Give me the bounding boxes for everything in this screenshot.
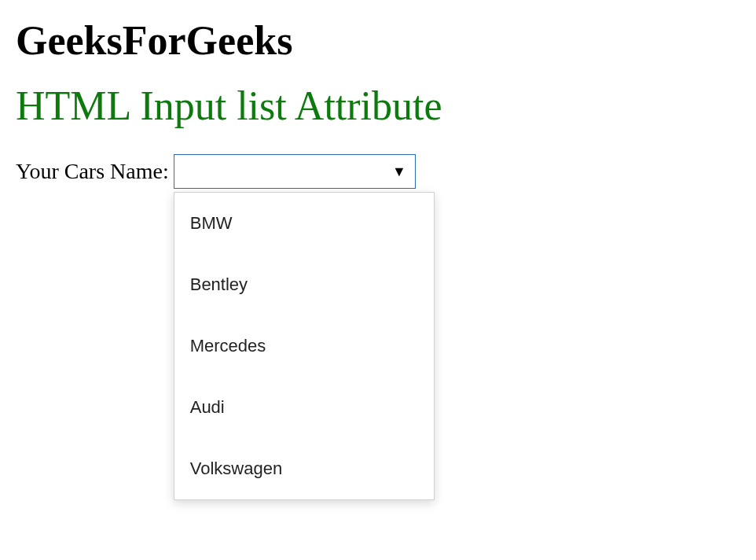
input-wrapper: ▼ BMW Bentley Mercedes Audi Volkswagen xyxy=(174,154,416,189)
cars-name-input[interactable] xyxy=(174,154,416,189)
datalist-option[interactable]: BMW xyxy=(174,193,434,254)
datalist-option[interactable]: Volkswagen xyxy=(174,438,434,499)
datalist-option[interactable]: Mercedes xyxy=(174,315,434,377)
datalist-dropdown: BMW Bentley Mercedes Audi Volkswagen xyxy=(174,192,435,500)
datalist-option[interactable]: Audi xyxy=(174,377,434,438)
form-row: Your Cars Name: ▼ BMW Bentley Mercedes A… xyxy=(16,154,740,189)
datalist-option[interactable]: Bentley xyxy=(174,254,434,315)
cars-name-label: Your Cars Name: xyxy=(16,159,169,184)
site-title: GeeksForGeeks xyxy=(16,17,740,64)
page-title: HTML Input list Attribute xyxy=(16,83,740,129)
